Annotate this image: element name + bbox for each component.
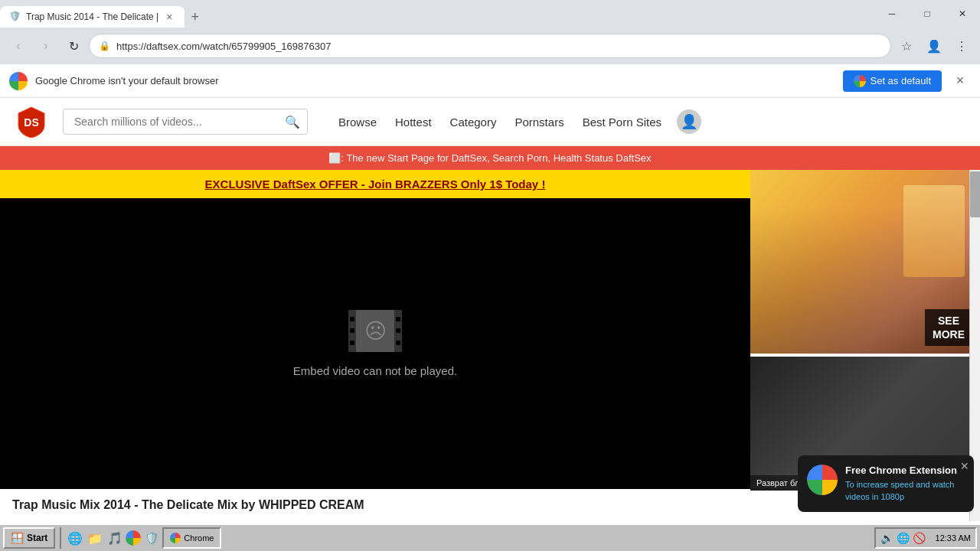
extension-close-button[interactable]: ✕ [960,460,969,472]
svg-text:DS: DS [24,116,38,129]
default-browser-bar: Google Chrome isn't your default browser… [0,64,980,98]
tab-favicon: 🛡️ [9,11,21,23]
set-default-label: Set as default [871,75,932,86]
chrome-logo [9,72,28,90]
film-hole [396,328,400,333]
start-button[interactable]: 🪟 Start [3,527,55,549]
reload-button[interactable]: ↻ [61,34,86,58]
announcement-bar: ⬜: The new Start Page for DaftSex, Searc… [0,146,980,170]
film-hole [350,341,354,345]
profile-button[interactable]: 👤 [922,34,946,58]
scrollbar-thumb[interactable] [970,171,980,217]
tab-close-button[interactable]: × [163,9,175,24]
taskbar-chrome-logo [170,533,181,543]
taskbar-ie-icon[interactable]: 🌐 [66,529,84,547]
film-hole [396,341,400,345]
main-content: EXCLUSIVE DaftSex OFFER - Join BRAZZERS … [0,170,980,521]
ad-banner-1[interactable]: SEE MORE [750,170,980,354]
browser-window: 🛡️ Trap Music 2014 - The Delicate | × + … [0,0,980,551]
page-content: DS 🔍 Browse Hottest Category Pornstars B… [0,98,980,551]
extension-description: To increase speed and watch videos in 10… [845,479,965,503]
default-bar-close-button[interactable]: × [949,70,971,92]
close-button[interactable]: ✕ [945,0,980,28]
windows-logo: 🪟 [11,532,24,544]
logo-icon: DS [15,106,47,138]
nav-hottest[interactable]: Hottest [395,116,432,129]
film-hole [350,328,354,333]
window-controls: ─ □ ✕ [874,0,980,28]
tray-network[interactable]: 🌐 [897,532,910,544]
search-box: 🔍 [63,109,308,135]
url-text: https://daftsex.com/watch/65799905_16987… [116,41,881,52]
nav-pornstars[interactable]: Pornstars [514,116,564,129]
taskbar-tray: 🔊 🌐 🚫 12:33 AM [874,527,977,549]
search-input[interactable] [63,109,308,135]
taskbar-time: 12:33 AM [929,533,971,543]
search-icon[interactable]: 🔍 [285,115,300,129]
taskbar: 🪟 Start 🌐 📁 🎵 🛡️ Chrome 🔊 🌐 🚫 12:33 AM [0,523,980,551]
taskbar-chrome-task[interactable]: Chrome [162,527,221,549]
forward-button[interactable]: › [34,34,58,58]
video-error-text: Embed video can not be played. [293,364,457,377]
start-label: Start [27,533,47,543]
tray-security[interactable]: 🚫 [913,532,926,544]
nav-best-sites[interactable]: Best Porn Sites [583,116,662,129]
active-tab[interactable]: 🛡️ Trap Music 2014 - The Delicate | × [0,6,185,28]
toolbar-icons: ☆ 👤 ⋮ [894,34,974,58]
minimize-button[interactable]: ─ [874,0,910,28]
extension-quality: 1080p [880,492,904,501]
maximize-button[interactable]: □ [910,0,945,28]
set-default-icon [854,75,866,87]
video-player[interactable]: Embed video can not be played. [0,198,750,489]
taskbar-chrome-label: Chrome [184,533,214,543]
default-browser-text: Google Chrome isn't your default browser [35,75,835,86]
film-hole [396,317,400,321]
taskbar-divider [60,527,61,549]
taskbar-folder-icon[interactable]: 📁 [86,529,104,547]
tab-title: Trap Music 2014 - The Delicate | [26,11,158,22]
film-holes-right [394,310,402,352]
extension-title: Free Chrome Extension [845,465,965,476]
promo-link[interactable]: EXCLUSIVE DaftSex OFFER - Join BRAZZERS … [205,178,546,191]
nav-category[interactable]: Category [450,116,497,129]
announcement-text: ⬜: The new Start Page for DaftSex, Searc… [328,152,651,164]
taskbar-media-icon[interactable]: 🎵 [106,529,124,547]
security-icon: 🔒 [99,41,110,51]
site-nav: Browse Hottest Category Pornstars Best P… [338,116,662,129]
site-header: DS 🔍 Browse Hottest Category Pornstars B… [0,98,980,146]
tray-speaker[interactable]: 🔊 [880,532,893,544]
taskbar-antivirus-icon[interactable]: 🛡️ [142,529,161,547]
nav-browse[interactable]: Browse [338,116,377,129]
user-icon[interactable]: 👤 [677,109,701,134]
tab-bar: 🛡️ Trap Music 2014 - The Delicate | × + … [0,0,980,28]
url-bar[interactable]: 🔒 https://daftsex.com/watch/65799905_169… [89,34,891,58]
film-holes-left [348,310,356,352]
see-more-button[interactable]: SEE MORE [925,309,972,346]
left-column: EXCLUSIVE DaftSex OFFER - Join BRAZZERS … [0,170,750,521]
menu-button[interactable]: ⋮ [949,34,974,58]
promo-banner: EXCLUSIVE DaftSex OFFER - Join BRAZZERS … [0,170,750,198]
back-button[interactable]: ‹ [6,34,31,58]
set-default-button[interactable]: Set as default [843,70,942,92]
film-hole [350,317,354,321]
extension-content: Free Chrome Extension To increase speed … [845,465,965,503]
extension-icon [807,465,838,495]
site-logo[interactable]: DS [15,106,47,138]
video-error-icon [348,310,402,352]
video-title: Trap Music Mix 2014 - The Delicate Mix b… [0,489,750,521]
right-column: SEE MORE Разврат блеать xD(Best T... Fre… [750,170,980,521]
new-tab-button[interactable]: + [185,6,205,28]
bookmark-button[interactable]: ☆ [894,34,919,58]
taskbar-chrome-icon[interactable] [126,530,141,546]
address-bar: ‹ › ↻ 🔒 https://daftsex.com/watch/657999… [0,28,980,64]
extension-popup: Free Chrome Extension To increase speed … [798,455,974,512]
